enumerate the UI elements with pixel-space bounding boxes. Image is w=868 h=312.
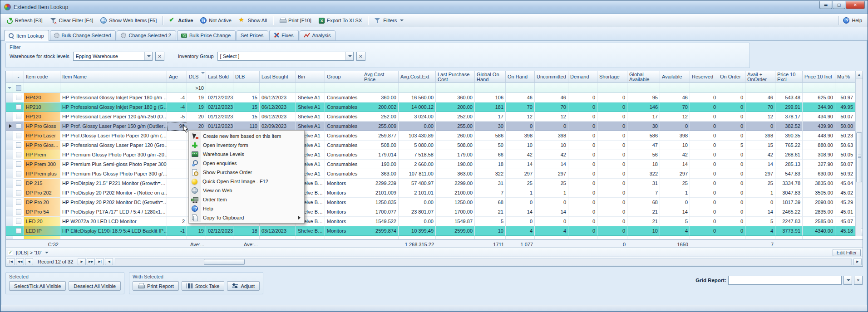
cell-reserved[interactable]: 0 <box>690 179 718 188</box>
cell-avg_cost_price[interactable]: 508.00 <box>362 141 399 150</box>
cell-dls[interactable]: 19 <box>187 93 206 102</box>
cell-check[interactable] <box>13 122 24 131</box>
scroll-right-icon[interactable]: ▶ <box>853 258 862 265</box>
menu-item-help[interactable]: Help <box>190 204 303 213</box>
filter-cell-global_on_hand[interactable] <box>475 83 506 93</box>
cell-uncommitted[interactable]: 0 <box>535 198 568 207</box>
filter-cell-check[interactable] <box>13 83 24 93</box>
column-header-global_available[interactable]: Global Available <box>627 71 660 83</box>
table-row[interactable]: HP420HP Professional Glossy Inkjet Paper… <box>6 93 856 102</box>
cell-group[interactable] <box>325 236 362 239</box>
cell-on_order[interactable]: 0 <box>718 179 745 188</box>
filter-cell-on_order[interactable] <box>718 83 745 93</box>
cell-avg_cost_ext[interactable]: 16 560.00 <box>399 93 436 102</box>
cell-avail_on_order[interactable]: 12 <box>745 112 775 122</box>
cell-on_hand[interactable]: 4 <box>506 226 535 236</box>
cell-uncommitted[interactable]: 42 <box>535 150 568 160</box>
cell-available[interactable]: 12 <box>660 112 690 122</box>
cell-price10_excl[interactable]: 547.83 <box>775 169 803 179</box>
cell-check[interactable] <box>13 207 24 217</box>
cell-dlb[interactable]: 18 <box>233 226 260 236</box>
cell-demand[interactable]: 0 <box>568 198 597 207</box>
cell-age[interactable] <box>167 141 187 150</box>
cell-shortage[interactable]: 0 <box>597 217 627 226</box>
cell-reserved[interactable]: 0 <box>690 150 718 160</box>
cell-on_order[interactable] <box>718 236 745 239</box>
table-row[interactable]: DP Pro 54HP ProDisplay P17A /17" LED / 5… <box>6 207 856 217</box>
filter-cell-avg_cost_price[interactable] <box>362 83 399 93</box>
cell-name[interactable]: HP ProDisplay 21.5" P221 Monitor (Growth… <box>60 179 167 188</box>
cell-on_order[interactable]: 5 <box>718 141 745 150</box>
cell-global_on_hand[interactable]: 50 <box>475 141 506 150</box>
cell-demand[interactable]: 0 <box>568 179 597 188</box>
cell-last_purchase_cost[interactable]: 508.00 <box>436 141 475 150</box>
cell-mu[interactable]: 45.02 <box>835 188 855 198</box>
cell-avg_cost_ext[interactable]: 2 660.00 <box>399 160 436 169</box>
grid-report-input[interactable] <box>728 276 842 285</box>
warehouse-combobox[interactable]: Epping Warehouse <box>73 52 153 61</box>
row-checkbox[interactable] <box>16 200 21 205</box>
cell-available[interactable]: 42 <box>660 150 690 160</box>
cell-bin[interactable]: Shelve A1 <box>296 93 325 102</box>
cell-global_on_hand[interactable]: 21 <box>475 207 506 217</box>
filter-cell-available[interactable] <box>660 83 690 93</box>
cell-last_purchase_cost[interactable]: 190.00 <box>436 160 475 169</box>
cell-age[interactable]: -2 <box>167 217 187 226</box>
cell-dls[interactable] <box>187 236 206 239</box>
cell-check[interactable] <box>13 150 24 160</box>
filter-cell-mu[interactable] <box>835 83 855 93</box>
cell-mu[interactable]: 50.07 <box>835 112 855 122</box>
cell-demand[interactable]: 0 <box>568 150 597 160</box>
cell-global_on_hand[interactable]: 7 <box>475 188 506 198</box>
filter-cell-on_hand[interactable] <box>506 83 535 93</box>
scroll-down-icon[interactable]: ▼ <box>861 229 863 236</box>
cell-check[interactable] <box>13 236 24 239</box>
cell-shortage[interactable]: 0 <box>597 198 627 207</box>
cell-group[interactable]: Consumables <box>325 150 362 160</box>
cell-code[interactable]: HP Pro Glos… <box>24 141 60 150</box>
cell-dls[interactable]: 19 <box>187 226 206 236</box>
cell-last_sold[interactable]: 01/12/2023 <box>206 112 233 122</box>
cell-avg_cost_ext[interactable]: 23 801.07 <box>399 207 436 217</box>
cell-global_on_hand[interactable]: 18 <box>475 160 506 169</box>
row-checkbox[interactable] <box>16 114 21 119</box>
cell-price10_incl[interactable]: 880.00 <box>803 141 835 150</box>
edit-filter-button[interactable]: Edit Filter <box>833 249 861 256</box>
cell-age[interactable] <box>167 188 187 198</box>
cell-ind[interactable] <box>6 198 13 207</box>
table-row[interactable]: HP Prem 300HP Premium Plus Semi-gloss Ph… <box>6 160 856 169</box>
cell-uncommitted[interactable]: 297 <box>535 169 568 179</box>
cell-shortage[interactable]: 0 <box>597 226 627 236</box>
cell-price10_incl[interactable]: 2835.00 <box>803 207 835 217</box>
menu-item-create-new-item-based-on-this-item[interactable]: Create new item based on this item <box>190 132 303 141</box>
cell-group[interactable]: Monitors <box>325 207 362 217</box>
next-record-button[interactable]: ▶ <box>78 258 86 265</box>
cell-reserved[interactable]: 0 <box>690 160 718 169</box>
cell-check[interactable] <box>13 169 24 179</box>
cell-global_available[interactable]: 10 <box>627 226 660 236</box>
cell-reserved[interactable]: 0 <box>690 198 718 207</box>
cell-avail_on_order[interactable]: 0 <box>745 122 775 131</box>
cell-price10_incl[interactable]: 3505.00 <box>803 188 835 198</box>
cell-uncommitted[interactable]: 0 <box>535 122 568 131</box>
cell-available[interactable]: 46 <box>660 93 690 102</box>
cell-age[interactable] <box>167 236 187 239</box>
cell-on_hand[interactable]: 42 <box>506 150 535 160</box>
column-header-global_on_hand[interactable]: Global On Hand <box>475 71 506 83</box>
cell-shortage[interactable]: 0 <box>597 102 627 112</box>
cell-avg_cost_price[interactable]: 255.009 <box>362 122 399 131</box>
cell-price10_excl[interactable]: 3334.78 <box>775 179 803 188</box>
cell-on_hand[interactable]: 297 <box>506 169 535 179</box>
cell-dlb[interactable]: 15 <box>233 102 260 112</box>
cell-on_order[interactable]: 0 <box>718 169 745 179</box>
cell-age[interactable] <box>167 207 187 217</box>
cell-check[interactable] <box>13 131 24 141</box>
cell-available[interactable]: 25 <box>660 179 690 188</box>
cell-ind[interactable] <box>6 102 13 112</box>
cell-price10_incl[interactable]: 308.90 <box>803 150 835 160</box>
cell-name[interactable]: HP W2072a 20 LED LCD Monitor <box>60 217 167 226</box>
cell-on_hand[interactable]: 14 <box>506 160 535 169</box>
cell-global_available[interactable]: 68 <box>627 198 660 207</box>
refresh-button[interactable]: Refresh [F3] <box>3 16 45 25</box>
cell-bin[interactable]: Shelve A1 <box>296 102 325 112</box>
